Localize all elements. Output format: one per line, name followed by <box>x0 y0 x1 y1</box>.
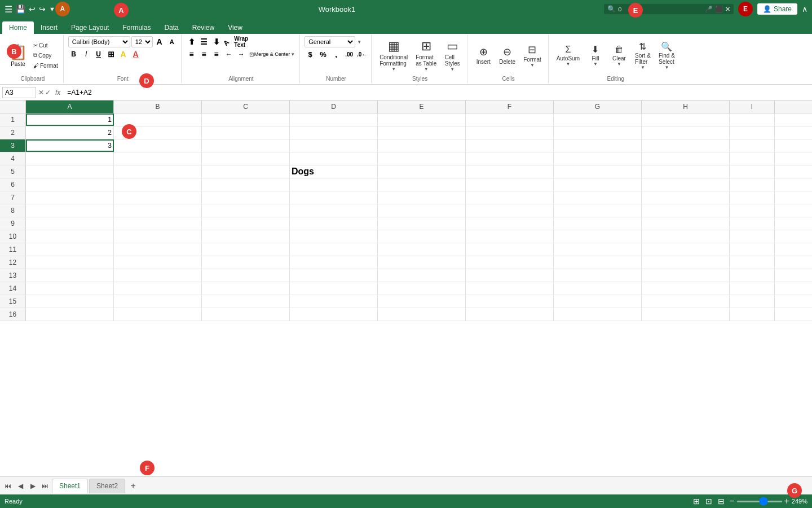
cell-a5[interactable] <box>26 165 114 178</box>
cell-a2[interactable]: 2 <box>26 126 114 139</box>
merge-center-button[interactable]: ⊡ Merge & Center ▼ <box>248 51 296 58</box>
indent-dec-button[interactable]: ← <box>223 49 235 60</box>
paste-button[interactable]: 📋 Paste <box>6 40 30 71</box>
cell-h1[interactable] <box>642 113 730 126</box>
row-num-9[interactable]: 9 <box>0 217 26 230</box>
cell-c4[interactable] <box>202 152 290 165</box>
cell-styles-button[interactable]: ▭ CellStyles ▼ <box>441 40 464 71</box>
delete-cells-button[interactable]: ⊖ Delete <box>496 40 519 71</box>
user-avatar-a[interactable]: A <box>55 2 70 16</box>
currency-button[interactable]: $ <box>304 49 316 60</box>
cancel-formula-button[interactable]: ✕ <box>38 89 44 97</box>
col-header-d[interactable]: D <box>290 100 378 113</box>
col-header-i[interactable]: I <box>730 100 775 113</box>
cell-c5[interactable] <box>202 165 290 178</box>
row-num-1[interactable]: 1 <box>0 113 26 126</box>
cell-g3[interactable] <box>554 139 642 152</box>
tab-home[interactable]: Home <box>2 21 34 34</box>
cell-h4[interactable] <box>642 152 730 165</box>
italic-button[interactable]: I <box>81 49 92 60</box>
cell-h5[interactable] <box>642 165 730 178</box>
cell-d3[interactable] <box>290 139 378 152</box>
col-header-e[interactable]: E <box>378 100 466 113</box>
search-close-icon[interactable]: ✕ <box>725 6 730 13</box>
row-num-13[interactable]: 13 <box>0 269 26 282</box>
format-painter-button[interactable]: 🖌 Format <box>32 60 60 71</box>
row-num-7[interactable]: 7 <box>0 191 26 204</box>
find-select-button[interactable]: 🔍 Find &Select ▼ <box>655 40 678 71</box>
sheet-nav-prev[interactable]: ◀ <box>15 480 26 492</box>
cell-i4[interactable] <box>730 152 775 165</box>
cell-e5[interactable] <box>378 165 466 178</box>
row-num-14[interactable]: 14 <box>0 282 26 295</box>
search-box[interactable]: 🔍 🎤 ⬛ ✕ <box>604 4 734 14</box>
sheet-tab-sheet1[interactable]: Sheet1 <box>52 479 88 493</box>
undo-button[interactable]: ↩ <box>29 5 36 14</box>
col-header-c[interactable]: C <box>202 100 290 113</box>
row-num-5[interactable]: 5 <box>0 165 26 178</box>
share-button[interactable]: 👤 Share <box>757 3 797 15</box>
row-num-10[interactable]: 10 <box>0 230 26 243</box>
col-header-b[interactable]: B <box>114 100 202 113</box>
page-layout-view-button[interactable]: ⊡ <box>704 496 713 507</box>
cell-i3[interactable] <box>730 139 775 152</box>
row-num-4[interactable]: 4 <box>0 152 26 165</box>
align-left-button[interactable]: ≡ <box>186 49 197 60</box>
cell-d1[interactable] <box>290 113 378 126</box>
cell-b5[interactable] <box>114 165 202 178</box>
cell-e1[interactable] <box>378 113 466 126</box>
increase-decimal-button[interactable]: .00 <box>343 49 355 60</box>
cell-g2[interactable] <box>554 126 642 139</box>
row-num-15[interactable]: 15 <box>0 295 26 308</box>
tab-insert[interactable]: Insert <box>34 21 64 34</box>
cell-f5[interactable] <box>466 165 554 178</box>
row-num-3[interactable]: 3 <box>0 139 26 152</box>
cell-d2[interactable] <box>290 126 378 139</box>
row-num-11[interactable]: 11 <box>0 243 26 256</box>
page-break-preview-button[interactable]: ⊟ <box>717 496 726 507</box>
borders-button[interactable]: ⊞ <box>105 49 117 60</box>
redo-button[interactable]: ↪ <box>39 5 46 14</box>
sheet-nav-first[interactable]: ⏮ <box>2 480 14 492</box>
increase-font-button[interactable]: A <box>154 36 165 47</box>
cell-h3[interactable] <box>642 139 730 152</box>
row-num-6[interactable]: 6 <box>0 178 26 191</box>
cell-f3[interactable] <box>466 139 554 152</box>
row-num-8[interactable]: 8 <box>0 204 26 217</box>
font-color-button[interactable]: A <box>130 49 142 60</box>
cell-d5[interactable]: Dogs <box>290 165 378 178</box>
decrease-font-button[interactable]: A <box>166 36 178 47</box>
cell-b2[interactable] <box>114 126 202 139</box>
align-center-button[interactable]: ≡ <box>198 49 210 60</box>
cell-c1[interactable] <box>202 113 290 126</box>
search-input[interactable] <box>618 5 703 13</box>
autosum-button[interactable]: Σ AutoSum ▼ <box>553 40 583 71</box>
cell-c2[interactable] <box>202 126 290 139</box>
fill-button[interactable]: ⬇ Fill ▼ <box>584 40 607 71</box>
format-as-table-button[interactable]: ⊞ Formatas Table ▼ <box>412 40 440 71</box>
cell-f4[interactable] <box>466 152 554 165</box>
cell-b1[interactable] <box>114 113 202 126</box>
tab-page-layout[interactable]: Page Layout <box>64 21 116 34</box>
font-size-select[interactable]: 12 <box>131 36 153 47</box>
decrease-decimal-button[interactable]: .0← <box>356 49 368 60</box>
copy-button[interactable]: ⧉ Copy <box>32 50 60 60</box>
bold-button[interactable]: B <box>68 49 80 60</box>
comma-button[interactable]: , <box>330 49 342 60</box>
formula-input[interactable] <box>65 87 810 98</box>
cell-e4[interactable] <box>378 152 466 165</box>
cell-a4[interactable] <box>26 152 114 165</box>
collapse-ribbon-icon[interactable]: ∧ <box>802 5 807 14</box>
row-num-16[interactable]: 16 <box>0 308 26 321</box>
cell-g4[interactable] <box>554 152 642 165</box>
percent-button[interactable]: % <box>317 49 329 60</box>
zoom-out-button[interactable]: − <box>729 496 734 506</box>
col-header-h[interactable]: H <box>642 100 730 113</box>
cell-d4[interactable] <box>290 152 378 165</box>
quick-access-more[interactable]: ▼ <box>49 6 55 12</box>
indent-inc-button[interactable]: → <box>236 49 247 60</box>
underline-button[interactable]: U <box>93 49 104 60</box>
cell-a1[interactable]: 1 <box>26 113 114 126</box>
col-header-a[interactable]: A <box>26 100 114 113</box>
align-top-button[interactable]: ⬆ <box>186 36 197 47</box>
